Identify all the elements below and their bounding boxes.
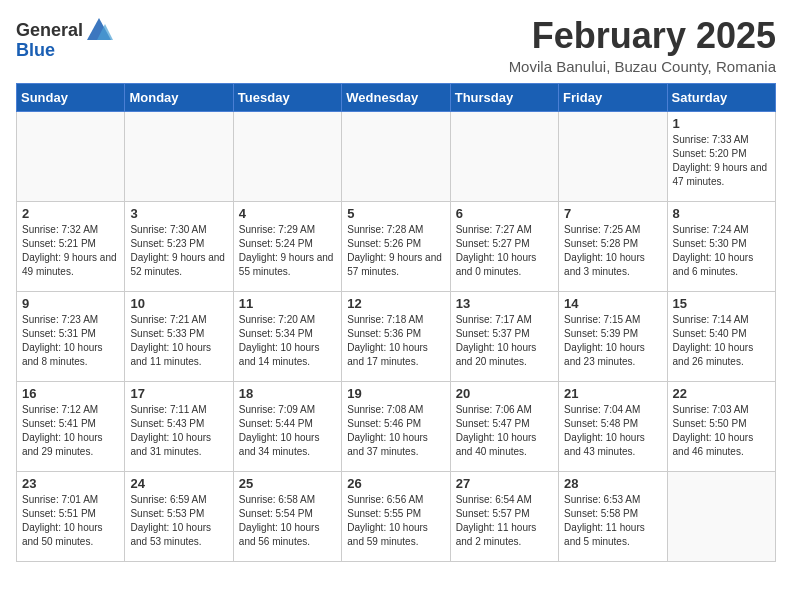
calendar-cell: 24Sunrise: 6:59 AM Sunset: 5:53 PM Dayli…	[125, 471, 233, 561]
calendar-table: SundayMondayTuesdayWednesdayThursdayFrid…	[16, 83, 776, 562]
day-info: Sunrise: 7:20 AM Sunset: 5:34 PM Dayligh…	[239, 313, 336, 369]
day-info: Sunrise: 7:15 AM Sunset: 5:39 PM Dayligh…	[564, 313, 661, 369]
day-number: 11	[239, 296, 336, 311]
calendar-cell: 15Sunrise: 7:14 AM Sunset: 5:40 PM Dayli…	[667, 291, 775, 381]
day-info: Sunrise: 7:06 AM Sunset: 5:47 PM Dayligh…	[456, 403, 553, 459]
calendar-cell	[17, 111, 125, 201]
day-number: 27	[456, 476, 553, 491]
day-info: Sunrise: 7:08 AM Sunset: 5:46 PM Dayligh…	[347, 403, 444, 459]
day-info: Sunrise: 7:21 AM Sunset: 5:33 PM Dayligh…	[130, 313, 227, 369]
calendar-cell: 25Sunrise: 6:58 AM Sunset: 5:54 PM Dayli…	[233, 471, 341, 561]
day-number: 12	[347, 296, 444, 311]
day-number: 2	[22, 206, 119, 221]
weekday-header-friday: Friday	[559, 83, 667, 111]
day-number: 1	[673, 116, 770, 131]
calendar-cell: 14Sunrise: 7:15 AM Sunset: 5:39 PM Dayli…	[559, 291, 667, 381]
calendar-cell	[450, 111, 558, 201]
day-info: Sunrise: 7:24 AM Sunset: 5:30 PM Dayligh…	[673, 223, 770, 279]
logo-icon	[85, 16, 113, 44]
calendar-cell: 5Sunrise: 7:28 AM Sunset: 5:26 PM Daylig…	[342, 201, 450, 291]
day-info: Sunrise: 7:33 AM Sunset: 5:20 PM Dayligh…	[673, 133, 770, 189]
logo-text-general: General	[16, 20, 83, 41]
calendar-cell: 18Sunrise: 7:09 AM Sunset: 5:44 PM Dayli…	[233, 381, 341, 471]
day-info: Sunrise: 7:17 AM Sunset: 5:37 PM Dayligh…	[456, 313, 553, 369]
weekday-header-row: SundayMondayTuesdayWednesdayThursdayFrid…	[17, 83, 776, 111]
calendar-cell: 1Sunrise: 7:33 AM Sunset: 5:20 PM Daylig…	[667, 111, 775, 201]
calendar-week-row: 16Sunrise: 7:12 AM Sunset: 5:41 PM Dayli…	[17, 381, 776, 471]
weekday-header-wednesday: Wednesday	[342, 83, 450, 111]
page-header: General Blue February 2025 Movila Banulu…	[16, 16, 776, 75]
calendar-cell: 22Sunrise: 7:03 AM Sunset: 5:50 PM Dayli…	[667, 381, 775, 471]
day-info: Sunrise: 7:12 AM Sunset: 5:41 PM Dayligh…	[22, 403, 119, 459]
calendar-cell: 13Sunrise: 7:17 AM Sunset: 5:37 PM Dayli…	[450, 291, 558, 381]
calendar-cell: 21Sunrise: 7:04 AM Sunset: 5:48 PM Dayli…	[559, 381, 667, 471]
day-number: 4	[239, 206, 336, 221]
day-info: Sunrise: 6:54 AM Sunset: 5:57 PM Dayligh…	[456, 493, 553, 549]
calendar-cell: 3Sunrise: 7:30 AM Sunset: 5:23 PM Daylig…	[125, 201, 233, 291]
calendar-cell: 17Sunrise: 7:11 AM Sunset: 5:43 PM Dayli…	[125, 381, 233, 471]
day-number: 19	[347, 386, 444, 401]
day-info: Sunrise: 6:53 AM Sunset: 5:58 PM Dayligh…	[564, 493, 661, 549]
day-info: Sunrise: 6:58 AM Sunset: 5:54 PM Dayligh…	[239, 493, 336, 549]
day-info: Sunrise: 7:14 AM Sunset: 5:40 PM Dayligh…	[673, 313, 770, 369]
day-number: 23	[22, 476, 119, 491]
day-number: 26	[347, 476, 444, 491]
location-title: Movila Banului, Buzau County, Romania	[509, 58, 776, 75]
calendar-cell	[233, 111, 341, 201]
day-info: Sunrise: 7:03 AM Sunset: 5:50 PM Dayligh…	[673, 403, 770, 459]
calendar-cell: 2Sunrise: 7:32 AM Sunset: 5:21 PM Daylig…	[17, 201, 125, 291]
calendar-week-row: 9Sunrise: 7:23 AM Sunset: 5:31 PM Daylig…	[17, 291, 776, 381]
day-number: 18	[239, 386, 336, 401]
calendar-cell: 19Sunrise: 7:08 AM Sunset: 5:46 PM Dayli…	[342, 381, 450, 471]
calendar-header: SundayMondayTuesdayWednesdayThursdayFrid…	[17, 83, 776, 111]
day-number: 24	[130, 476, 227, 491]
day-info: Sunrise: 7:23 AM Sunset: 5:31 PM Dayligh…	[22, 313, 119, 369]
calendar-cell: 10Sunrise: 7:21 AM Sunset: 5:33 PM Dayli…	[125, 291, 233, 381]
day-info: Sunrise: 7:11 AM Sunset: 5:43 PM Dayligh…	[130, 403, 227, 459]
calendar-cell	[342, 111, 450, 201]
day-number: 5	[347, 206, 444, 221]
calendar-cell: 12Sunrise: 7:18 AM Sunset: 5:36 PM Dayli…	[342, 291, 450, 381]
calendar-cell: 23Sunrise: 7:01 AM Sunset: 5:51 PM Dayli…	[17, 471, 125, 561]
weekday-header-saturday: Saturday	[667, 83, 775, 111]
calendar-cell: 20Sunrise: 7:06 AM Sunset: 5:47 PM Dayli…	[450, 381, 558, 471]
day-info: Sunrise: 6:59 AM Sunset: 5:53 PM Dayligh…	[130, 493, 227, 549]
day-info: Sunrise: 7:29 AM Sunset: 5:24 PM Dayligh…	[239, 223, 336, 279]
calendar-week-row: 2Sunrise: 7:32 AM Sunset: 5:21 PM Daylig…	[17, 201, 776, 291]
calendar-cell: 16Sunrise: 7:12 AM Sunset: 5:41 PM Dayli…	[17, 381, 125, 471]
day-number: 16	[22, 386, 119, 401]
day-number: 7	[564, 206, 661, 221]
calendar-body: 1Sunrise: 7:33 AM Sunset: 5:20 PM Daylig…	[17, 111, 776, 561]
calendar-cell: 6Sunrise: 7:27 AM Sunset: 5:27 PM Daylig…	[450, 201, 558, 291]
logo-text-blue: Blue	[16, 40, 55, 61]
calendar-cell: 9Sunrise: 7:23 AM Sunset: 5:31 PM Daylig…	[17, 291, 125, 381]
day-number: 28	[564, 476, 661, 491]
calendar-week-row: 1Sunrise: 7:33 AM Sunset: 5:20 PM Daylig…	[17, 111, 776, 201]
day-info: Sunrise: 7:28 AM Sunset: 5:26 PM Dayligh…	[347, 223, 444, 279]
title-area: February 2025 Movila Banului, Buzau Coun…	[509, 16, 776, 75]
day-info: Sunrise: 6:56 AM Sunset: 5:55 PM Dayligh…	[347, 493, 444, 549]
weekday-header-tuesday: Tuesday	[233, 83, 341, 111]
calendar-cell: 8Sunrise: 7:24 AM Sunset: 5:30 PM Daylig…	[667, 201, 775, 291]
weekday-header-monday: Monday	[125, 83, 233, 111]
calendar-cell	[559, 111, 667, 201]
day-number: 3	[130, 206, 227, 221]
day-number: 22	[673, 386, 770, 401]
day-number: 25	[239, 476, 336, 491]
day-info: Sunrise: 7:18 AM Sunset: 5:36 PM Dayligh…	[347, 313, 444, 369]
day-info: Sunrise: 7:04 AM Sunset: 5:48 PM Dayligh…	[564, 403, 661, 459]
day-number: 9	[22, 296, 119, 311]
day-number: 15	[673, 296, 770, 311]
month-title: February 2025	[509, 16, 776, 56]
calendar-cell: 4Sunrise: 7:29 AM Sunset: 5:24 PM Daylig…	[233, 201, 341, 291]
calendar-week-row: 23Sunrise: 7:01 AM Sunset: 5:51 PM Dayli…	[17, 471, 776, 561]
day-number: 20	[456, 386, 553, 401]
day-number: 10	[130, 296, 227, 311]
day-number: 14	[564, 296, 661, 311]
day-number: 6	[456, 206, 553, 221]
day-number: 13	[456, 296, 553, 311]
calendar-cell	[125, 111, 233, 201]
calendar-cell: 7Sunrise: 7:25 AM Sunset: 5:28 PM Daylig…	[559, 201, 667, 291]
calendar-cell	[667, 471, 775, 561]
day-info: Sunrise: 7:25 AM Sunset: 5:28 PM Dayligh…	[564, 223, 661, 279]
